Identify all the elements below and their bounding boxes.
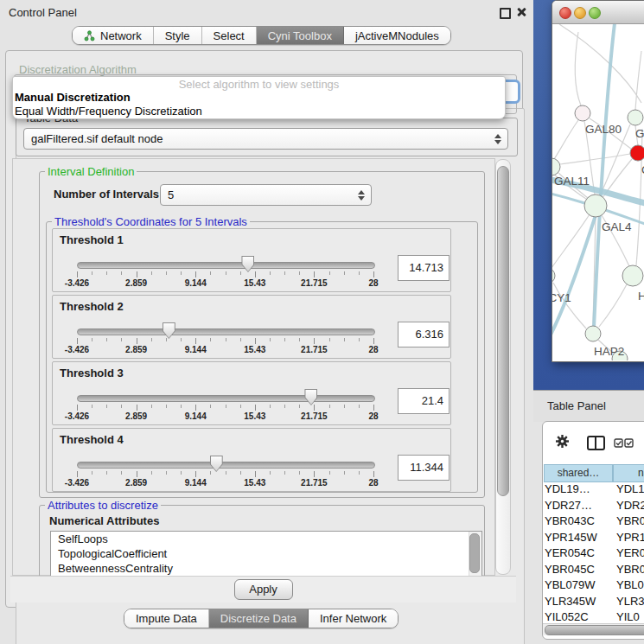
slider-thumb-face <box>242 257 253 271</box>
select-checkbox-icon[interactable] <box>614 438 623 448</box>
horizontal-scrollbar[interactable] <box>543 623 644 635</box>
table-data-groupbox: Table Data galFiltered.sif default node <box>16 118 518 156</box>
slider-tick <box>270 471 271 475</box>
close-window-icon[interactable] <box>559 7 571 19</box>
slider-tick <box>166 271 167 275</box>
network-node-label: GAL80 <box>585 123 622 136</box>
slider-tick <box>195 471 196 477</box>
list-scrollbar-thumb[interactable] <box>469 533 480 573</box>
slider-tick-label: 9.144 <box>176 278 214 288</box>
algorithm-option-equal-width[interactable]: Equal Width/Frequency Discretization <box>13 105 505 118</box>
float-panel-icon[interactable] <box>500 8 511 19</box>
vertical-scrollbar[interactable] <box>495 159 511 575</box>
table-row[interactable]: YBR045CYBR0 <box>543 563 644 578</box>
select-checkbox-icon[interactable] <box>624 438 634 448</box>
list-scrollbar[interactable] <box>469 532 481 577</box>
slider-tick <box>299 471 300 475</box>
bottom-tab-bar: Impute Data Discretize Data Infer Networ… <box>124 609 399 628</box>
tab-select[interactable]: Select <box>202 27 257 44</box>
network-node[interactable] <box>628 110 643 125</box>
threshold-slider-track[interactable] <box>77 262 375 269</box>
network-node[interactable] <box>575 105 590 121</box>
threshold-slider-track[interactable] <box>77 395 375 402</box>
network-node[interactable] <box>622 265 643 286</box>
column-view-icon[interactable] <box>587 436 605 450</box>
vertical-scrollbar-thumb[interactable] <box>497 166 509 496</box>
threshold-slider-thumb[interactable] <box>163 322 175 339</box>
network-view-window[interactable]: GAL80GACGAL11GAL4GCY1HHAP2 <box>552 0 644 362</box>
horizontal-scrollbar-thumb[interactable] <box>545 625 644 635</box>
slider-tick <box>329 271 330 275</box>
table-row[interactable]: YDL19…YDL1 <box>543 482 644 498</box>
slider-thumb-face <box>163 323 175 338</box>
slider-tick <box>121 271 122 275</box>
algorithm-option-manual[interactable]: Manual Discretization <box>13 91 505 105</box>
slider-tick-label: 21.715 <box>295 278 333 288</box>
thresholds-group-title: Threshold's Coordinates for 5 Intervals <box>52 215 250 228</box>
minimize-window-icon[interactable] <box>574 7 586 19</box>
tab-cyni-toolbox[interactable]: Cyni Toolbox <box>257 27 344 44</box>
threshold-label: Threshold 1 <box>60 233 124 246</box>
threshold-value-field[interactable]: 6.316 <box>398 322 450 348</box>
threshold-slider-track[interactable] <box>77 328 375 335</box>
number-of-intervals-combobox[interactable]: 5 <box>160 184 372 206</box>
slider-tick-label: 15.43 <box>236 345 274 354</box>
attribute-list-item[interactable]: SelfLoops <box>51 532 481 546</box>
attribute-list-item[interactable]: TopologicalCoefficient <box>51 546 481 561</box>
attribute-items: SelfLoopsTopologicalCoefficientBetweenne… <box>51 532 481 576</box>
algorithm-hint-option[interactable]: Select algorithm to view settings <box>13 77 505 91</box>
attribute-list-item[interactable]: BetweennessCentrality <box>51 561 481 576</box>
slider-tick <box>226 405 226 408</box>
network-window-titlebar[interactable] <box>552 1 644 24</box>
tab-impute-data[interactable]: Impute Data <box>124 609 209 628</box>
cell-shared-name: YDR27… <box>545 499 614 512</box>
cell-name: YBL0 <box>616 578 644 591</box>
tab-style[interactable]: Style <box>154 27 202 44</box>
network-node[interactable] <box>630 145 644 161</box>
network-node[interactable] <box>552 268 555 284</box>
threshold-slider-thumb[interactable] <box>241 256 254 272</box>
table-row[interactable]: YER054CYER0 <box>543 546 644 562</box>
tab-discretize-data[interactable]: Discretize Data <box>209 609 309 628</box>
column-header-name[interactable]: name <box>613 464 644 482</box>
cell-shared-name: YIL052C <box>545 610 614 622</box>
table-row[interactable]: YIL052CYIL0 <box>543 610 644 622</box>
threshold-slider-thumb[interactable] <box>210 456 223 472</box>
network-canvas[interactable]: GAL80GACGAL11GAL4GCY1HHAP2 <box>552 24 644 360</box>
threshold-slider-thumb[interactable] <box>304 389 317 405</box>
slider-thumb-face <box>211 456 222 471</box>
table-data-combobox[interactable]: galFiltered.sif default node <box>23 128 508 150</box>
close-icon[interactable] <box>516 7 526 17</box>
table-row[interactable]: YPR145WYPR1 <box>543 531 644 546</box>
slider-tick <box>344 405 345 408</box>
slider-tick <box>121 471 122 475</box>
network-node[interactable] <box>584 194 607 217</box>
table-row[interactable]: YBL079WYBL0 <box>543 578 644 594</box>
cell-name: YPR1 <box>616 531 644 544</box>
cell-shared-name: YER054C <box>545 546 614 559</box>
table-row[interactable]: YBR043CYBR0 <box>543 514 644 530</box>
apply-button[interactable]: Apply <box>234 579 293 600</box>
zoom-window-icon[interactable] <box>589 7 601 19</box>
tab-jactivemnodules[interactable]: jActiveMNodules <box>344 27 450 44</box>
gear-icon[interactable] <box>555 434 570 449</box>
table-panel-titlebar: Table Panel <box>533 390 644 422</box>
tab-infer-network[interactable]: Infer Network <box>309 609 398 628</box>
number-of-intervals-label: Number of Intervals <box>54 188 159 201</box>
threshold-value-field[interactable]: 14.713 <box>398 255 450 281</box>
network-node-label: GA <box>635 127 644 140</box>
threshold-value-field[interactable]: 21.4 <box>398 388 450 414</box>
threshold-value-field[interactable]: 11.344 <box>398 455 450 481</box>
cell-shared-name: YLR345W <box>545 595 614 608</box>
tab-network[interactable]: Network <box>73 27 154 44</box>
slider-tick <box>284 338 285 341</box>
table-row[interactable]: YDR27…YDR2 <box>543 499 644 514</box>
threshold-slider-track[interactable] <box>77 462 375 469</box>
slider-tick <box>255 405 256 411</box>
numerical-attributes-list[interactable]: SelfLoopsTopologicalCoefficientBetweenne… <box>50 531 482 577</box>
slider-tick-label: 9.144 <box>176 411 214 421</box>
table-row[interactable]: YLR345WYLR3 <box>543 595 644 610</box>
network-node[interactable] <box>585 326 601 341</box>
column-header-shared-name[interactable]: shared… <box>544 464 613 482</box>
threshold-panel: Threshold 3-3.4262.8599.14415.4321.71528… <box>52 361 451 425</box>
